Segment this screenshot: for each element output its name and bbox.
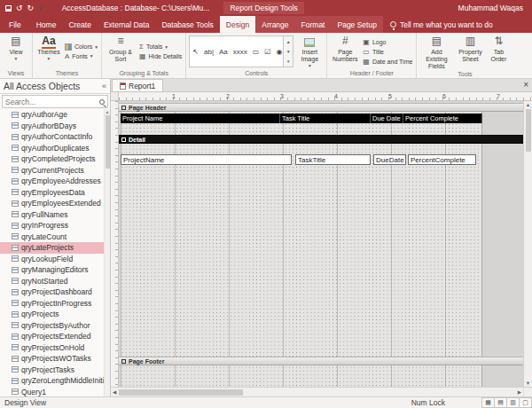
column-header-label[interactable]: Percent Complete [403,114,482,123]
document-tab-report1[interactable]: Report1 [112,79,163,91]
nav-item[interactable]: qryProjectDashboard [0,286,110,298]
nav-item[interactable]: qryProjectsOnHold [0,342,110,354]
themes-button[interactable]: Aa Themes ▾ [35,34,63,69]
view-button[interactable]: ▤ View ▾ [2,34,30,69]
control-icon[interactable]: xxxx [231,48,250,56]
scroll-down-icon[interactable]: ▼ [526,381,530,386]
control-icon[interactable]: ↖ [190,48,201,56]
column-header-label[interactable]: Task Title [280,114,371,123]
control-icon[interactable]: ab| [201,48,216,56]
column-header-label[interactable]: Due Date [371,114,403,123]
save-icon[interactable] [5,5,12,12]
page-footer-grid[interactable] [121,365,482,387]
status-view-button[interactable]: ▦ [481,397,495,408]
nav-item[interactable]: qryFullNames [0,209,110,221]
nav-scroll-up-icon[interactable]: ▲ [106,109,110,114]
nav-scroll-thumb[interactable] [106,115,110,169]
vertical-scroll-thumb[interactable] [526,109,531,152]
ribbon-tab[interactable]: Page Setup [331,16,382,33]
control-icon[interactable]: ☑ [262,48,273,56]
ribbon-tab[interactable]: Home [30,16,63,33]
hide-details-button[interactable]: ▦ Hide Details [137,52,184,60]
ribbon-tab[interactable]: External Data [98,16,156,33]
nav-item[interactable]: qryLateCount [0,231,110,243]
nav-item[interactable]: qryAuthorDuplicates [0,143,110,154]
nav-item[interactable]: qryCurrentProjects [0,165,110,177]
colors-button[interactable]: Colors ▾ [63,43,99,51]
control-icon[interactable]: ◉ [274,48,284,56]
vertical-scrollbar[interactable]: ▲ ▼ [523,101,532,387]
column-header-label[interactable]: Project Name [121,114,280,123]
page-footer-section-bar[interactable]: Page Footer [119,357,523,365]
nav-item[interactable]: qryInProgress [0,220,110,231]
user-name[interactable]: Muhammad Waqas [458,4,523,12]
status-view-button[interactable]: ▥ [506,397,520,408]
nav-item[interactable]: qryNotStarted [0,276,110,287]
report-design-canvas[interactable]: Page Header Project NameTask TitleDue Da… [119,101,523,387]
nav-item[interactable]: Query1 [0,387,110,397]
controls-gallery-scrollbar[interactable]: ▲ ▼ ▾ [283,36,293,67]
nav-item[interactable]: qryLateProjects [0,242,110,254]
tell-me-box[interactable]: Tell me what you want to do [383,16,500,33]
close-document-icon[interactable]: × [523,80,528,90]
horizontal-scrollbar[interactable]: ◀ ▶ [111,387,523,396]
group-sort-button[interactable]: ≡ Group & Sort [104,34,137,69]
vertical-ruler[interactable] [111,101,119,387]
scroll-right-icon[interactable]: ▶ [518,389,521,395]
property-sheet-button[interactable]: ▥ Property Sheet [454,34,486,70]
status-view-button[interactable]: ▢ [519,397,532,408]
horizontal-ruler[interactable]: 1234567 [119,92,532,100]
totals-button[interactable]: Σ Totals ▾ [137,43,184,51]
nav-item[interactable]: qryManagingEditors [0,264,110,276]
detail-grid[interactable]: ProjectNameTaskTitleDueDatePercentComple… [121,144,482,357]
logo-button[interactable]: ▣ Logo [361,38,414,46]
nav-item[interactable]: qryLookupField [0,254,110,265]
fonts-button[interactable]: A Fonts ▾ [63,52,99,60]
field-textbox[interactable]: TaskTitle [295,154,371,165]
ribbon-tab[interactable]: Design [220,16,255,33]
ribbon-tab[interactable]: Database Tools [155,16,219,33]
nav-item[interactable]: qryProjectInProgress [0,298,110,310]
nav-item[interactable]: qryAuthorAge [0,109,110,121]
nav-item[interactable]: qryCompletedProjects [0,153,110,165]
horizontal-scroll-thumb[interactable] [119,389,243,396]
undo-icon[interactable]: ↺ [16,4,23,12]
nav-item[interactable]: qryEmployeesData [0,187,110,199]
redo-icon[interactable]: ↻ [27,4,35,12]
nav-item[interactable]: qryEmployeesExtended [0,198,110,209]
ribbon-tab[interactable]: Arrange [255,16,294,33]
nav-item[interactable]: qryProjectsWOTasks [0,353,110,365]
nav-item[interactable]: qryEmployeeAddresses [0,176,110,187]
add-existing-fields-button[interactable]: ▤ Add Existing Fields [419,34,454,70]
search-input[interactable] [5,98,99,106]
field-textbox[interactable]: PercentComplete [408,154,476,165]
scroll-up-icon[interactable]: ▲ [526,102,530,107]
page-numbers-button[interactable]: # Page Numbers [329,34,361,69]
scroll-left-icon[interactable]: ◀ [113,389,116,395]
nav-search-box[interactable] [2,95,108,108]
page-header-section-bar[interactable]: Page Header [119,103,523,112]
date-time-button[interactable]: ▦ Date and Time [361,58,414,66]
tab-order-button[interactable]: ⇅ Tab Order [486,34,511,70]
nav-item[interactable]: qryProjectsExtended [0,331,110,342]
nav-item[interactable]: qryAuthorBDays [0,121,110,132]
field-textbox[interactable]: DueDate [373,154,406,165]
control-icon[interactable]: Aa [216,48,231,56]
nav-collapse-icon[interactable]: « [102,82,106,90]
nav-scrollbar[interactable]: ▲ [104,109,110,396]
insert-image-button[interactable]: Insert Image ▾ [294,34,325,69]
detail-section-bar[interactable]: Detail [119,135,523,144]
field-textbox[interactable]: ProjectName [121,154,292,165]
tab-file[interactable]: File [0,16,30,33]
nav-item[interactable]: qryProjects [0,309,110,320]
control-icon[interactable]: ▭ [250,48,262,56]
nav-item[interactable]: qryProjectsByAuthor [0,320,110,332]
status-view-button[interactable]: ▤ [494,397,507,408]
nav-item[interactable]: qryAuthorContactInfo [0,131,110,143]
title-button[interactable]: ▭ Title [361,48,414,56]
nav-item[interactable]: qryProjectTasks [0,365,110,376]
ribbon-tab[interactable]: Format [295,16,332,33]
page-header-grid[interactable]: Project NameTask TitleDue DatePercent Co… [121,112,482,135]
search-icon[interactable] [99,99,105,105]
nav-item[interactable]: qryZeroLengthMiddleInitial [0,375,110,387]
